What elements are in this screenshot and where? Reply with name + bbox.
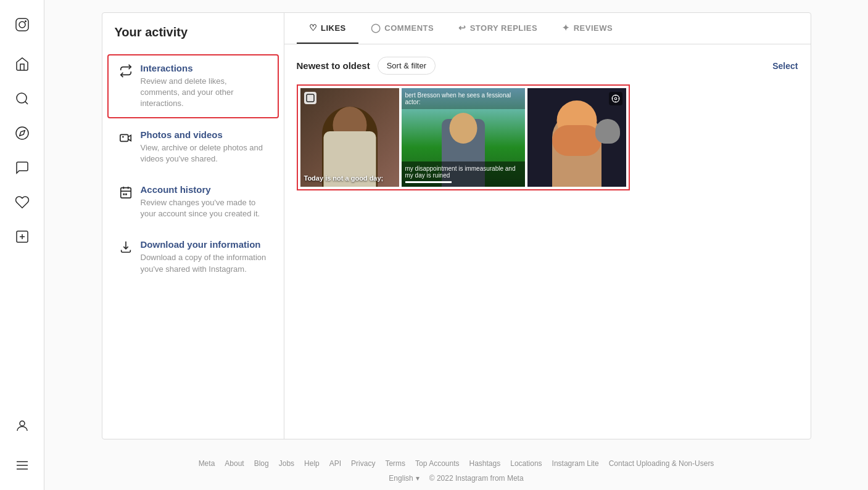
footer-link-blog[interactable]: Blog xyxy=(254,459,269,468)
footer-link-hashtags[interactable]: Hashtags xyxy=(469,459,501,468)
panel-title: Your activity xyxy=(102,25,284,52)
account-history-icon xyxy=(118,186,133,202)
footer-link-privacy[interactable]: Privacy xyxy=(351,459,375,468)
comments-tab-icon: ◯ xyxy=(371,23,381,33)
download-icon xyxy=(118,240,133,257)
footer-link-help[interactable]: Help xyxy=(304,459,320,468)
content-area: Newest to oldest Sort & filter Select xyxy=(284,44,811,439)
language-chevron-icon: ▾ xyxy=(416,474,420,483)
footer-link-meta[interactable]: Meta xyxy=(199,459,215,468)
search-icon[interactable] xyxy=(7,84,37,113)
photos-videos-icon xyxy=(118,131,133,147)
svg-rect-0 xyxy=(16,18,28,31)
svg-rect-16 xyxy=(120,188,131,198)
svg-point-10 xyxy=(20,421,25,426)
right-panel: ♡ LIKES ◯ COMMENTS ↩ STORY REPLIES ✦ REV… xyxy=(284,13,811,439)
video-caption-1: Today is not a good day; xyxy=(304,174,395,182)
video-grid: Today is not a good day; bert Bresson w xyxy=(297,84,630,190)
svg-point-23 xyxy=(612,95,619,102)
language-selector[interactable]: English ▾ xyxy=(389,474,419,483)
home-icon[interactable] xyxy=(7,49,37,79)
profile-icon[interactable] xyxy=(7,411,37,441)
photos-videos-text: Photos and videos View, archive or delet… xyxy=(141,129,268,165)
menu-item-interactions[interactable]: Interactions Review and delete likes, co… xyxy=(107,54,279,118)
main-content: Your activity Interactions Rev xyxy=(44,0,868,490)
svg-line-4 xyxy=(25,102,27,104)
footer-link-locations[interactable]: Locations xyxy=(510,459,542,468)
sort-label: Newest to oldest xyxy=(297,60,370,71)
tabs-row: ♡ LIKES ◯ COMMENTS ↩ STORY REPLIES ✦ REV… xyxy=(284,13,811,44)
svg-rect-14 xyxy=(120,134,128,141)
create-icon[interactable] xyxy=(7,222,37,251)
video-thumbnail-2[interactable]: bert Bresson when he sees a fessional ac… xyxy=(402,88,525,187)
interactions-text: Interactions Review and delete likes, co… xyxy=(141,63,268,110)
footer-link-top-accounts[interactable]: Top Accounts xyxy=(415,459,459,468)
story-replies-tab-icon: ↩ xyxy=(458,23,466,33)
likes-tab-icon: ♡ xyxy=(309,23,318,33)
menu-icon[interactable] xyxy=(7,451,37,480)
account-history-text: Account history Review changes you've ma… xyxy=(141,184,268,219)
footer-link-api[interactable]: API xyxy=(329,459,341,468)
video-thumbnail-3[interactable] xyxy=(527,88,626,187)
video-checkbox-1[interactable] xyxy=(304,92,316,104)
explore-icon[interactable] xyxy=(7,118,37,148)
notifications-icon[interactable] xyxy=(7,187,37,217)
left-panel: Your activity Interactions Rev xyxy=(102,13,284,439)
svg-point-1 xyxy=(19,22,25,28)
footer: Meta About Blog Jobs Help API Privacy Te… xyxy=(102,452,811,490)
svg-marker-6 xyxy=(19,131,24,136)
footer-bottom: English ▾ © 2022 Instagram from Meta xyxy=(114,474,799,483)
svg-rect-21 xyxy=(125,194,127,195)
footer-link-terms[interactable]: Terms xyxy=(385,459,405,468)
tab-comments[interactable]: ◯ COMMENTS xyxy=(358,13,446,44)
svg-rect-20 xyxy=(123,194,125,195)
footer-links: Meta About Blog Jobs Help API Privacy Te… xyxy=(114,459,799,468)
sort-left: Newest to oldest Sort & filter xyxy=(297,57,436,75)
video-caption-2a: bert Bresson when he sees a fessional ac… xyxy=(405,92,521,105)
video-thumbnail-1[interactable]: Today is not a good day; xyxy=(300,88,399,187)
menu-item-account-history[interactable]: Account history Review changes you've ma… xyxy=(107,176,279,228)
tab-story-replies[interactable]: ↩ STORY REPLIES xyxy=(446,13,550,44)
tab-reviews[interactable]: ✦ REVIEWS xyxy=(550,13,625,44)
svg-point-2 xyxy=(25,20,27,22)
instagram-logo-icon[interactable] xyxy=(7,10,37,39)
tab-likes[interactable]: ♡ LIKES xyxy=(297,13,358,44)
video-caption-2b: my disappointment is immeasurable and my… xyxy=(405,165,521,179)
reviews-tab-icon: ✦ xyxy=(562,23,570,33)
reel-icon-3 xyxy=(609,92,622,105)
menu-item-download-info[interactable]: Download your information Download a cop… xyxy=(107,231,279,283)
svg-point-5 xyxy=(16,127,28,139)
svg-point-24 xyxy=(614,97,617,100)
download-info-text: Download your information Download a cop… xyxy=(141,239,268,274)
activity-container: Your activity Interactions Rev xyxy=(102,12,811,439)
messages-icon[interactable] xyxy=(7,153,37,182)
select-button[interactable]: Select xyxy=(772,61,798,71)
interactions-icon xyxy=(118,64,133,81)
svg-point-15 xyxy=(122,136,124,137)
footer-link-jobs[interactable]: Jobs xyxy=(279,459,294,468)
svg-point-3 xyxy=(17,93,27,103)
left-navigation xyxy=(0,0,44,490)
footer-link-contact[interactable]: Contact Uploading & Non-Users xyxy=(609,459,714,468)
sort-row: Newest to oldest Sort & filter Select xyxy=(297,57,798,75)
footer-link-about[interactable]: About xyxy=(225,459,244,468)
svg-rect-22 xyxy=(307,94,314,102)
language-label: English xyxy=(389,474,413,483)
sort-filter-button[interactable]: Sort & filter xyxy=(378,57,436,75)
copyright-text: © 2022 Instagram from Meta xyxy=(429,474,524,483)
footer-link-instagram-lite[interactable]: Instagram Lite xyxy=(552,459,599,468)
menu-item-photos-videos[interactable]: Photos and videos View, archive or delet… xyxy=(107,121,279,173)
